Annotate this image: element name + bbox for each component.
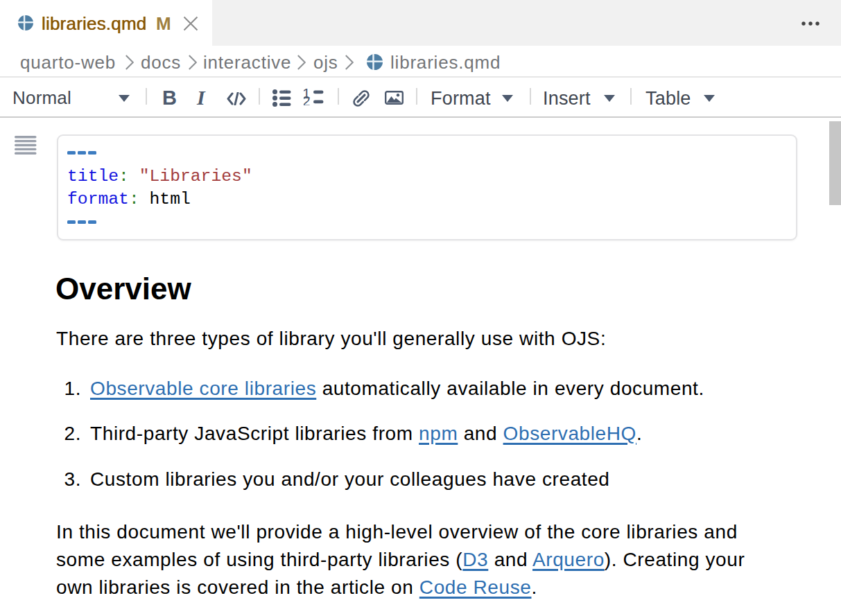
svg-text:2: 2: [304, 93, 311, 106]
